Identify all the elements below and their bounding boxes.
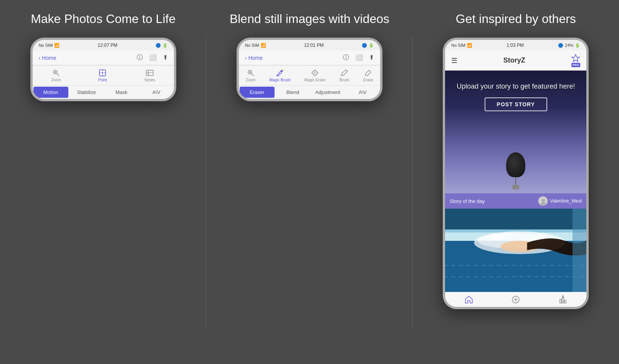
series-label-1: Series <box>144 78 155 82</box>
tab-motion[interactable]: Motion <box>33 87 68 98</box>
bluetooth-icon-3: 🔵 <box>558 43 563 48</box>
wifi-icon-2: 📶 <box>261 43 266 48</box>
tab-av-2[interactable]: A\V <box>345 86 380 99</box>
back-chevron-2: ‹ <box>245 55 247 61</box>
battery-percent-3: 24% <box>565 43 573 48</box>
toolbar-magic-brush[interactable]: Magic Brush <box>266 68 294 83</box>
svg-line-60 <box>57 74 59 76</box>
back-button-1[interactable]: ‹ Home <box>39 55 56 61</box>
bluetooth-icon-1: 🔵 <box>156 43 161 48</box>
zoom-label-1: Zoom <box>51 78 61 82</box>
storyz-logo: StoryZ <box>503 56 525 64</box>
time-2: 12:01 PM <box>304 43 324 48</box>
tab-bar-2: Eraser Blend Adjustment A\V <box>239 85 380 99</box>
panel-motion: Make Photos Come to Life No SIM 📶 12:07 … <box>0 0 206 364</box>
no-sim-label-3: No SIM <box>451 43 465 48</box>
back-button-2[interactable]: ‹ Home <box>245 55 263 61</box>
story-hero: Upload your story to get featured here! … <box>445 71 586 193</box>
erase-label: Erase <box>363 78 373 82</box>
no-sim-label-2: No SIM <box>245 43 259 48</box>
svg-line-96 <box>283 70 283 71</box>
leaderboard-button[interactable] <box>559 295 567 304</box>
image-icon-2[interactable]: ⬜ <box>355 54 363 62</box>
bluetooth-icon-2: 🔵 <box>362 43 367 48</box>
storyz-nav: ☰ StoryZ PRO <box>445 51 586 71</box>
home-label-1: Home <box>42 55 56 61</box>
hamburger-button[interactable]: ☰ <box>451 56 457 65</box>
status-left-2: No SIM 📶 <box>245 43 266 48</box>
add-story-button[interactable] <box>511 295 520 304</box>
brush-icon <box>340 69 349 77</box>
swimmer-scene-svg <box>445 209 586 292</box>
toolbar-magic-erase[interactable]: Magic Erase <box>301 68 329 83</box>
brush-label: Brush <box>339 78 349 82</box>
zoom-icon-2 <box>247 69 255 77</box>
status-bar-1: No SIM 📶 12:07 PM 🔵 🔋 <box>33 40 174 51</box>
tab-mask[interactable]: Mask <box>104 86 139 99</box>
panel-storyz: Get inspired by others No SIM 📶 1:03 PM … <box>413 0 619 364</box>
toolbar-zoom-1[interactable]: Zoom <box>48 68 64 83</box>
svg-rect-69 <box>146 70 153 76</box>
nav-icons-1: ⓘ ⬜ ⬆ <box>137 54 168 62</box>
battery-icon-3: 🔋 <box>575 43 580 48</box>
home-tab-button[interactable] <box>465 295 473 304</box>
phone-toolbar-2: Zoom Magic Brush <box>239 65 380 85</box>
info-icon-2[interactable]: ⓘ <box>343 54 349 62</box>
story-of-day-label: Story of the day <box>450 198 485 204</box>
time-3: 1:03 PM <box>506 43 524 48</box>
storyz-bottom-bar <box>445 292 586 307</box>
user-name: Valentine_West <box>550 198 582 204</box>
erase-icon <box>364 69 372 77</box>
nav-icons-2: ⓘ ⬜ ⬆ <box>343 54 374 62</box>
nav-bar-1: ‹ Home ⓘ ⬜ ⬆ <box>33 51 174 65</box>
toolbar-point-1[interactable]: Point <box>95 68 110 83</box>
panel1-title: Make Photos Come to Life <box>31 12 175 26</box>
status-right-2: 🔵 🔋 <box>362 43 374 48</box>
magic-erase-label: Magic Erase <box>305 78 326 82</box>
balloon-body <box>506 152 525 177</box>
phone-content-1: ◇ ⊙ ▶ Zoom <box>33 65 174 99</box>
svg-point-112 <box>501 233 508 237</box>
tab-bar-1: Motion Stabilize Mask A\V <box>33 85 174 99</box>
battery-icon-1: 🔋 <box>162 43 168 48</box>
panel2-title: Blend still images with videos <box>230 12 389 26</box>
tab-blend[interactable]: Blend <box>275 86 310 99</box>
nav-bar-2: ‹ Home ⓘ ⬜ ⬆ <box>239 51 380 65</box>
story-video-thumbnail[interactable] <box>445 209 586 292</box>
share-icon-2[interactable]: ⬆ <box>369 54 374 62</box>
storyz-content: Upload your story to get featured here! … <box>445 71 586 292</box>
no-sim-label-1: No SIM <box>39 43 53 48</box>
svg-line-92 <box>252 74 254 76</box>
tab-stabilize[interactable]: Stabilize <box>69 86 104 99</box>
pro-badge: PRO <box>571 54 580 67</box>
phone-toolbar-1: Zoom Point Series <box>33 65 174 85</box>
image-icon-1[interactable]: ⬜ <box>149 54 157 62</box>
tab-adjustment[interactable]: Adjustment <box>310 86 345 99</box>
tab-eraser[interactable]: Eraser <box>240 87 275 98</box>
phone-content-2: ⧉ ↩ ↪ ▶ Zoom <box>239 65 380 99</box>
svg-point-64 <box>102 72 103 74</box>
user-avatar <box>538 196 548 206</box>
post-story-button[interactable]: POST STORY <box>485 97 547 111</box>
svg-point-102 <box>541 203 546 206</box>
toolbar-series-1[interactable]: Series <box>141 68 158 83</box>
hero-text: Upload your story to get featured here! <box>449 82 583 91</box>
share-icon-1[interactable]: ⬆ <box>163 54 168 62</box>
toolbar-zoom-2[interactable]: Zoom <box>243 68 259 83</box>
status-left-3: No SIM 📶 <box>451 43 472 48</box>
point-icon-1 <box>98 69 107 77</box>
status-right-3: 🔵 24% 🔋 <box>558 43 580 48</box>
phone-mockup-2: No SIM 📶 12:01 PM 🔵 🔋 ‹ Home ⓘ ⬜ <box>237 38 382 101</box>
tab-av-1[interactable]: A\V <box>139 86 174 99</box>
balloon-illustration <box>506 152 525 189</box>
svg-marker-100 <box>572 54 579 62</box>
svg-rect-115 <box>573 209 586 292</box>
magic-brush-label: Magic Brush <box>269 78 291 82</box>
toolbar-erase[interactable]: Erase <box>360 68 376 83</box>
info-icon-1[interactable]: ⓘ <box>137 54 143 62</box>
toolbar-brush[interactable]: Brush <box>336 68 353 83</box>
battery-icon-2: 🔋 <box>369 43 374 48</box>
magic-brush-icon <box>276 69 284 77</box>
wifi-icon-1: 📶 <box>54 43 60 48</box>
series-icon-1 <box>146 69 154 77</box>
